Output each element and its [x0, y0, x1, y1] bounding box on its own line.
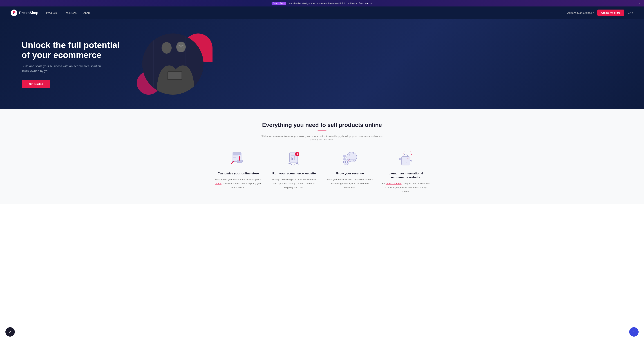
features-divider: [318, 130, 326, 131]
close-button[interactable]: ×: [638, 1, 640, 5]
nav-links: Products Resources About: [46, 10, 567, 16]
svg-rect-26: [292, 158, 293, 160]
discover-link[interactable]: Discover →: [359, 2, 372, 5]
lang-label: EN: [628, 11, 632, 14]
addons-label: Addons Marketplace: [567, 11, 592, 14]
svg-rect-10: [168, 72, 182, 79]
discover-arrow-icon: →: [370, 2, 372, 5]
svg-text:$: $: [296, 153, 298, 155]
feature-card-run: $ Run your ecommerce website Manage ever…: [270, 150, 318, 194]
hero-subtitle: Build and scale your business with an ec…: [22, 64, 108, 73]
feature-desc-international: Sell across borders: conquer new markets…: [382, 182, 430, 194]
features-section: Everything you need to sell products onl…: [0, 109, 644, 204]
feature-desc-revenue: Scale your business with PrestaShop: lau…: [326, 178, 374, 190]
create-store-button[interactable]: Create my store: [597, 9, 624, 16]
logo-icon: [11, 9, 17, 16]
svg-rect-27: [294, 156, 295, 160]
feature-title-customize: Customize your online store: [214, 172, 262, 176]
logo-text: PrestaShop: [19, 11, 38, 15]
feature-icon-customize: [228, 150, 249, 168]
across-borders-link[interactable]: across borders: [386, 182, 402, 185]
logo[interactable]: PrestaShop: [11, 9, 38, 16]
svg-point-20: [238, 156, 240, 158]
svg-rect-16: [233, 156, 238, 156]
addons-marketplace-link[interactable]: Addons Marketplace ▾: [567, 11, 594, 14]
announcement-text: Launch offer: start your e-commerce adve…: [288, 2, 357, 5]
feature-desc-customize: Personalize your ecommerce website: pick…: [214, 178, 262, 190]
features-grid: Customize your online store Personalize …: [214, 150, 430, 194]
announcement-bar: Starter Pack Launch offer: start your e-…: [0, 0, 644, 6]
svg-rect-17: [233, 157, 236, 158]
features-subtitle: All the ecommerce features you need, and…: [259, 135, 385, 141]
feature-card-international: ✦ ✦ Launch an international ecommerce we…: [382, 150, 430, 194]
hero-title: Unlock the full potential of your ecomme…: [22, 40, 130, 60]
svg-point-1: [14, 11, 14, 12]
feature-card-customize: Customize your online store Personalize …: [214, 150, 262, 194]
get-started-button[interactable]: Get started: [22, 80, 50, 88]
lang-chevron-icon: ▾: [632, 12, 633, 14]
nav-products[interactable]: Products: [46, 10, 58, 16]
feature-icon-international: ✦ ✦: [395, 150, 416, 168]
nav-right: Addons Marketplace ▾ Create my store EN …: [567, 9, 633, 16]
hero-people-svg: [142, 33, 204, 95]
feature-icon-revenue: [339, 150, 361, 168]
nav-about[interactable]: About: [83, 10, 91, 16]
navbar: PrestaShop Products Resources About Addo…: [0, 6, 644, 19]
starter-pack-badge: Starter Pack: [272, 2, 286, 5]
feature-title-international: Launch an international ecommerce websit…: [382, 172, 430, 179]
feature-title-revenue: Grow your revenue: [326, 172, 374, 176]
feature-title-run: Run your ecommerce website: [270, 172, 318, 176]
svg-point-45: [410, 160, 412, 161]
svg-rect-3: [153, 33, 154, 95]
features-title: Everything you need to sell products onl…: [11, 122, 633, 128]
hero-circle-image: [142, 33, 204, 95]
nav-resources[interactable]: Resources: [63, 10, 77, 16]
addons-chevron-icon: ▾: [593, 12, 594, 14]
hero-content: Unlock the full potential of your ecomme…: [22, 40, 130, 88]
hero-section: Unlock the full potential of your ecomme…: [0, 19, 644, 109]
svg-point-7: [162, 42, 172, 54]
feature-desc-run: Manage everything from your website back…: [270, 178, 318, 190]
svg-point-39: [343, 155, 346, 158]
svg-rect-24: [291, 155, 295, 156]
svg-text:✦: ✦: [406, 162, 408, 163]
svg-rect-25: [291, 157, 292, 160]
hero-image-area: [130, 30, 216, 98]
feature-icon-run: $: [283, 150, 305, 168]
discover-label: Discover: [359, 2, 369, 5]
svg-point-37: [346, 161, 347, 163]
theme-link[interactable]: theme: [215, 182, 222, 185]
svg-rect-15: [233, 153, 241, 155]
language-selector[interactable]: EN ▾: [628, 11, 633, 14]
svg-point-44: [399, 158, 401, 160]
svg-text:✦: ✦: [404, 160, 405, 162]
feature-card-revenue: Grow your revenue Scale your business wi…: [326, 150, 374, 194]
